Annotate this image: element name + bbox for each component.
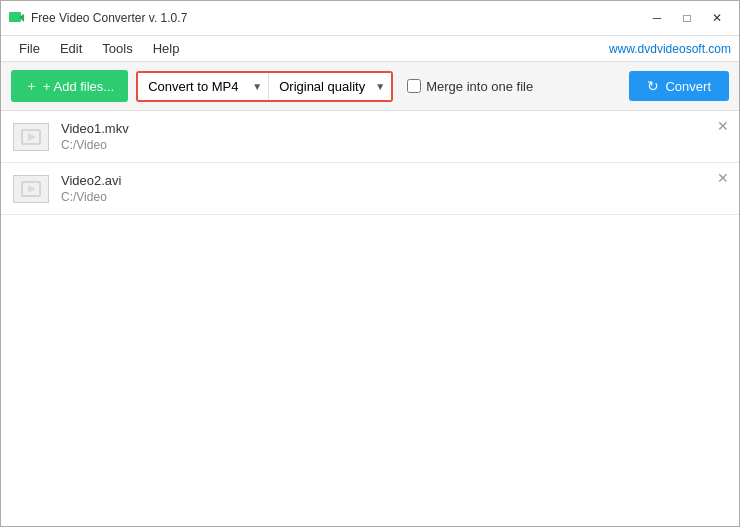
file-path: C:/Video (61, 138, 129, 152)
file-thumbnail (13, 175, 49, 203)
merge-text: Merge into one file (426, 79, 533, 94)
file-item: Video1.mkv C:/Video ✕ (1, 111, 739, 163)
app-icon (9, 10, 25, 26)
menu-tools[interactable]: Tools (92, 38, 142, 59)
merge-label[interactable]: Merge into one file (407, 79, 533, 94)
menu-bar: File Edit Tools Help www.dvdvideosoft.co… (1, 36, 739, 62)
convert-button[interactable]: ↻ Convert (629, 71, 729, 101)
svg-marker-5 (28, 185, 36, 193)
quality-select[interactable]: Original quality High quality Medium qua… (269, 73, 391, 100)
file-remove-button[interactable]: ✕ (717, 171, 729, 185)
app-title: Free Video Converter v. 1.0.7 (31, 11, 643, 25)
plus-icon: ＋ (25, 77, 38, 95)
window-controls: ─ □ ✕ (643, 7, 731, 29)
toolbar: ＋ + Add files... Convert to MP4 Convert … (1, 62, 739, 111)
file-name: Video1.mkv (61, 121, 129, 136)
file-name: Video2.avi (61, 173, 121, 188)
file-path: C:/Video (61, 190, 121, 204)
refresh-icon: ↻ (647, 78, 659, 94)
file-info: Video1.mkv C:/Video (61, 121, 129, 152)
title-bar: Free Video Converter v. 1.0.7 ─ □ ✕ (1, 1, 739, 36)
add-files-button[interactable]: ＋ + Add files... (11, 70, 128, 102)
format-select[interactable]: Convert to MP4 Convert to AVI Convert to… (138, 73, 268, 100)
add-files-label: + Add files... (43, 79, 114, 94)
website-link[interactable]: www.dvdvideosoft.com (609, 42, 731, 56)
menu-help[interactable]: Help (143, 38, 190, 59)
maximize-button[interactable]: □ (673, 7, 701, 29)
file-item: Video2.avi C:/Video ✕ (1, 163, 739, 215)
file-info: Video2.avi C:/Video (61, 173, 121, 204)
file-thumbnail (13, 123, 49, 151)
convert-label: Convert (665, 79, 711, 94)
close-button[interactable]: ✕ (703, 7, 731, 29)
merge-checkbox[interactable] (407, 79, 421, 93)
menu-edit[interactable]: Edit (50, 38, 92, 59)
format-quality-section: Convert to MP4 Convert to AVI Convert to… (136, 71, 393, 102)
minimize-button[interactable]: ─ (643, 7, 671, 29)
quality-wrapper: Original quality High quality Medium qua… (269, 73, 391, 100)
file-remove-button[interactable]: ✕ (717, 119, 729, 133)
menu-file[interactable]: File (9, 38, 50, 59)
file-list: Video1.mkv C:/Video ✕ Video2.avi C:/Vide… (1, 111, 739, 526)
svg-marker-3 (28, 133, 36, 141)
format-wrapper: Convert to MP4 Convert to AVI Convert to… (138, 73, 269, 100)
